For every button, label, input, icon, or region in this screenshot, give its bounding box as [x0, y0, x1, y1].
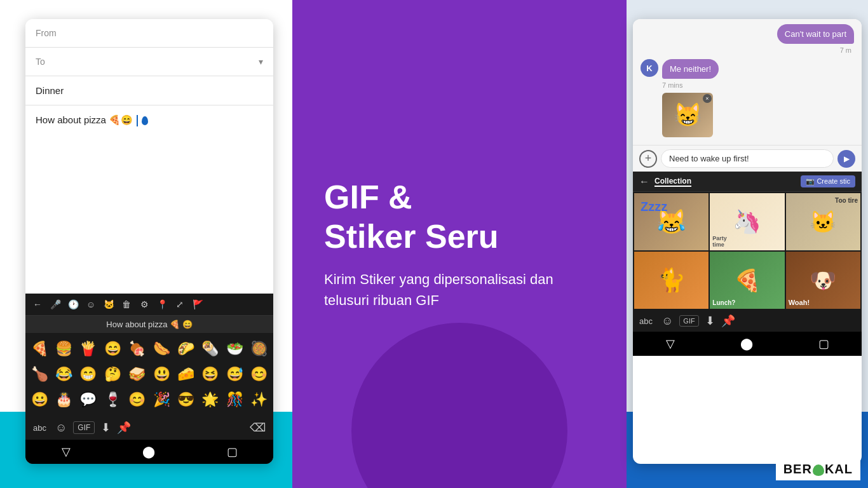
sticker-icon-right[interactable]: ⬇ [705, 314, 715, 328]
to-field[interactable]: To ▾ [25, 48, 273, 76]
from-label: From [36, 28, 57, 38]
settings-icon[interactable]: ⚙ [137, 297, 151, 311]
send-button[interactable]: ▶ [837, 150, 855, 168]
emoji-sandwich[interactable]: 🥪 [126, 362, 149, 386]
keyboard-toolbar: ← 🎤 🕐 ☺ 🐱 🗑 ⚙ 📍 ⤢ 🚩 [25, 294, 273, 316]
back-arrow-icon[interactable]: ← [31, 297, 44, 311]
sticker-icon[interactable]: 🐱 [102, 297, 116, 311]
emoji-smile[interactable]: 😃 [150, 362, 173, 386]
pin-icon-right[interactable]: 📌 [721, 314, 735, 328]
chat-time-right: 7 m [641, 46, 854, 54]
emoji-blush[interactable]: 😊 [248, 362, 271, 386]
sticker-close-btn[interactable]: × [703, 94, 712, 103]
emoji-burger[interactable]: 🍔 [52, 337, 75, 361]
nav-bar-right: ▽ ⬤ ▢ [633, 332, 862, 356]
abc-label-right[interactable]: abc [639, 316, 653, 326]
clock-icon[interactable]: 🕐 [66, 297, 80, 311]
berokal-text-before: BER [783, 462, 812, 476]
mic-icon[interactable]: 🎤 [48, 297, 62, 311]
berokal-text-after: KAL [825, 462, 853, 476]
woah-label: Woah! [789, 299, 810, 306]
emoji-meat[interactable]: 🍖 [126, 337, 149, 361]
too-tired-label: Too tire [835, 197, 858, 204]
emoji-sweat[interactable]: 😅 [223, 362, 246, 386]
emoji-sparkle[interactable]: ✨ [248, 388, 271, 412]
emoji-icon[interactable]: ☺ [84, 297, 98, 311]
sticker-party[interactable]: 🦄 Partytime [710, 193, 784, 250]
from-field: From [25, 19, 273, 48]
subject-value: Dinner [36, 85, 64, 96]
nav-square-icon[interactable]: ▢ [227, 445, 238, 459]
chat-message-right: Can't wait to part [641, 24, 854, 44]
backspace-icon[interactable]: ⌫ [250, 421, 266, 435]
water-drop-icon [142, 116, 148, 125]
sticker-toolbar: ← Collection 📷 Create stic [633, 172, 862, 192]
emoji-grin[interactable]: 😄 [101, 337, 124, 361]
chat-plus-button[interactable]: + [639, 150, 657, 168]
chat-avatar: K [641, 59, 658, 77]
emoji-smile2[interactable]: 😊 [126, 388, 149, 412]
sticker-keyboard-icon[interactable]: ⬇ [101, 421, 111, 435]
nav-triangle-icon-right[interactable]: ▽ [666, 337, 675, 351]
emoji-cake[interactable]: 🎂 [52, 388, 75, 412]
gif-button[interactable]: GIF [73, 421, 95, 434]
emoji-party[interactable]: 🎉 [150, 388, 173, 412]
emoji-fries[interactable]: 🍟 [77, 337, 100, 361]
sticker-grid: 😹 Zzzz 🦄 Partytime 🐱 [633, 192, 862, 310]
nav-home-icon[interactable]: ⬤ [142, 445, 155, 459]
emoji-cheese[interactable]: 🧀 [174, 362, 197, 386]
emoji-chicken[interactable]: 🍗 [28, 362, 51, 386]
emoji-pot[interactable]: 🥘 [248, 337, 271, 361]
emoji-cool[interactable]: 😎 [174, 388, 197, 412]
center-panel: GIF & Stiker Seru Kirim Stiker yang dipe… [292, 0, 627, 488]
sticker-cat-sleep[interactable]: 😹 Zzzz [634, 193, 709, 250]
sticker-pizza[interactable]: 🍕 Lunch? [710, 252, 784, 309]
emoji-bubble[interactable]: 💬 [77, 388, 100, 412]
flag-icon[interactable]: 🚩 [191, 297, 205, 311]
emoji-hotdog[interactable]: 🌭 [150, 337, 173, 361]
email-body[interactable]: How about pizza 🍕😄 [25, 105, 273, 135]
emoji-burrito[interactable]: 🌯 [199, 337, 222, 361]
collection-tab[interactable]: Collection [654, 177, 691, 187]
location-icon[interactable]: 📍 [155, 297, 169, 311]
chat-input-box[interactable]: Need to wake up first! [661, 149, 834, 168]
sticker-cat-orange[interactable]: 🐈 [634, 252, 709, 309]
sticker-woah[interactable]: 🐶 Woah! [786, 252, 860, 309]
sticker-back-arrow[interactable]: ← [639, 176, 649, 187]
emoji-grinsweat[interactable]: 😆 [199, 362, 222, 386]
emoji-laugh[interactable]: 😂 [52, 362, 75, 386]
prediction-text: How about pizza 🍕 😄 [106, 320, 192, 329]
phone-right: Can't wait to part 7 m K Me neither! 7 m… [633, 19, 862, 464]
keyboard-bottom: abc ☺ GIF ⬇ 📌 ⌫ [25, 416, 273, 440]
emoji-icon-right[interactable]: ☺ [661, 315, 673, 328]
abc-label[interactable]: abc [33, 423, 46, 433]
delete-icon[interactable]: 🗑 [119, 297, 133, 311]
nav-home-icon-right[interactable]: ⬤ [740, 337, 753, 351]
sticker-tired[interactable]: 🐱 Too tire [786, 193, 860, 250]
pin-icon[interactable]: 📌 [117, 421, 131, 435]
emoji-pizza[interactable]: 🍕 [28, 337, 51, 361]
chat-area: Can't wait to part 7 m K Me neither! 7 m… [633, 19, 862, 145]
emoji-smiley[interactable]: 😀 [28, 388, 51, 412]
emoji-think[interactable]: 🤔 [101, 362, 124, 386]
nav-square-icon-right[interactable]: ▢ [818, 337, 829, 351]
nav-triangle-icon[interactable]: ▽ [62, 445, 71, 459]
expand-icon[interactable]: ⤢ [173, 297, 187, 311]
keyboard-area: ← 🎤 🕐 ☺ 🐱 🗑 ⚙ 📍 ⤢ 🚩 How about pizza 🍕 😄 … [25, 294, 273, 464]
sticker-in-chat: 😸 × [662, 93, 713, 137]
emoji-wine[interactable]: 🍷 [101, 388, 124, 412]
right-panel: Can't wait to part 7 m K Me neither! 7 m… [627, 0, 868, 488]
text-cursor [137, 115, 138, 126]
emoji-grin2[interactable]: 😁 [77, 362, 100, 386]
emoji-confetti[interactable]: 🎊 [223, 388, 246, 412]
emoji-taco[interactable]: 🌮 [174, 337, 197, 361]
subject-field[interactable]: Dinner [25, 76, 273, 105]
emoji-salad[interactable]: 🥗 [223, 337, 246, 361]
emoji-keyboard-icon[interactable]: ☺ [55, 421, 67, 435]
create-sticker-button[interactable]: 📷 Create stic [801, 175, 855, 187]
gif-title-line1: GIF & Stiker Seru [324, 177, 499, 257]
emoji-star[interactable]: 🌟 [199, 388, 222, 412]
gif-button-right[interactable]: GIF [679, 315, 698, 327]
sticker-woah-emoji: 🐶 [810, 268, 836, 293]
chat-time-left: 7 mins [662, 81, 854, 89]
